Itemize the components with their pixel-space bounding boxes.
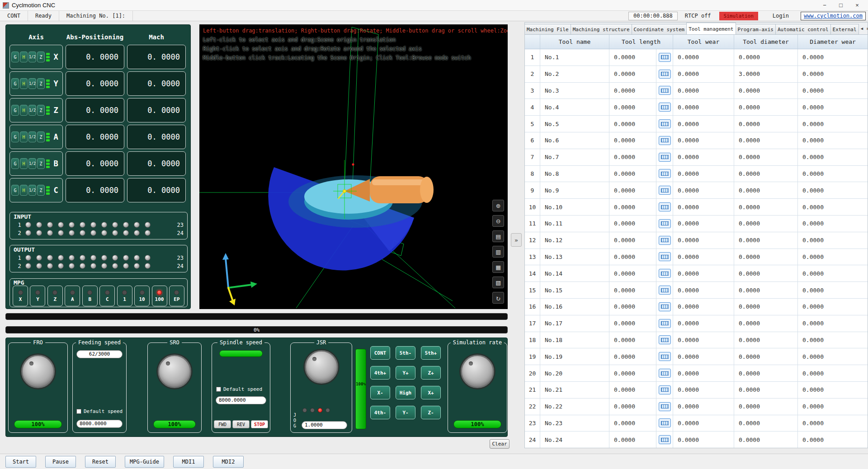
tool-diameter-cell[interactable]: 0.0000 [734,216,798,232]
tool-row-23[interactable]: 23No.230.00000.00000.00000.0000 [525,415,868,432]
axis-z-z-button[interactable]: Z [37,105,45,116]
tool-name-cell[interactable]: No.19 [540,348,609,365]
jog-x-plus-button[interactable]: X+ [421,386,441,399]
tool-diameter-cell[interactable]: 0.0000 [734,199,798,215]
tool-name-cell[interactable]: No.15 [540,282,609,298]
tool-row-13[interactable]: 13No.130.00000.00000.00000.0000 [525,249,868,266]
tool-diameter-cell[interactable]: 0.0000 [734,83,798,99]
jsr-knob[interactable] [305,350,338,384]
tool-wear-cell[interactable]: 0.0000 [673,216,734,232]
diameter-wear-cell[interactable]: 0.0000 [798,116,868,132]
zoom-in-icon[interactable]: ⊕ [492,200,504,211]
rtcp-status[interactable]: RTCP off [679,13,717,19]
zoom-out-icon[interactable]: ⊖ [492,215,504,227]
tool-name-cell[interactable]: No.14 [540,265,609,281]
axis-c-half-button[interactable]: 1/2 [28,185,36,196]
tool-row-15[interactable]: 15No.150.00000.00000.00000.0000 [525,282,868,299]
tool-length-cell[interactable]: 0.0000 [609,49,656,66]
tool-wear-cell[interactable]: 0.0000 [673,49,734,66]
tool-diameter-cell[interactable]: 0.0000 [734,315,798,332]
tool-row-22[interactable]: 22No.220.00000.00000.00000.0000 [525,399,868,415]
diameter-wear-cell[interactable]: 0.0000 [798,332,868,348]
tab-machining-file[interactable]: Machining File [525,24,571,34]
axis-x-g-button[interactable]: G [11,52,19,62]
spindle-rev-button[interactable]: REV [232,420,250,428]
mpg-10-button[interactable]: 10 [134,286,150,306]
tool-wear-cell[interactable]: 0.0000 [673,83,734,99]
tool-wear-cell[interactable]: 0.0000 [673,66,734,82]
tool-wear-cell[interactable]: 0.0000 [673,431,734,448]
axis-a-h-button[interactable]: H [20,131,28,142]
tool-diameter-cell[interactable]: 0.0000 [734,431,798,448]
tool-length-cell[interactable]: 0.0000 [609,382,656,398]
tool-length-cell[interactable]: 0.0000 [609,282,656,298]
jog-5th-minus-button[interactable]: 5th- [396,346,415,360]
mpg-y-button[interactable]: Y [30,286,45,306]
measure-tool-button[interactable] [659,286,671,295]
diameter-wear-cell[interactable]: 0.0000 [798,431,868,448]
reset-button[interactable]: Reset [85,456,116,468]
tool-length-cell[interactable]: 0.0000 [609,83,656,99]
mpg-z-button[interactable]: Z [47,286,63,306]
tool-name-cell[interactable]: No.23 [540,415,609,431]
measure-tool-button[interactable] [659,169,671,178]
diameter-wear-cell[interactable]: 0.0000 [798,66,868,82]
diameter-wear-cell[interactable]: 0.0000 [798,365,868,381]
measure-tool-button[interactable] [659,86,671,95]
tool-row-21[interactable]: 21No.210.00000.00000.00000.0000 [525,382,868,399]
tool-wear-cell[interactable]: 0.0000 [673,249,734,265]
tool-wear-cell[interactable]: 0.0000 [673,332,734,348]
sro-knob[interactable] [158,355,191,388]
tool-name-cell[interactable]: No.12 [540,232,609,249]
maximize-button[interactable]: □ [833,0,849,10]
tool-name-cell[interactable]: No.24 [540,431,609,448]
mpg-a-button[interactable]: A [65,286,80,306]
tool-name-cell[interactable]: No.5 [540,116,609,132]
tool-wear-cell[interactable]: 0.0000 [673,382,734,398]
clear-button[interactable]: Clear [490,439,509,449]
tool-row-24[interactable]: 24No.240.00000.00000.00000.0000 [525,431,868,448]
measure-tool-button[interactable] [659,269,671,278]
axis-z-g-button[interactable]: G [11,105,19,116]
tab-machining-structure[interactable]: Machining structure [571,24,632,34]
tool-wear-cell[interactable]: 0.0000 [673,99,734,115]
axis-c-g-button[interactable]: G [11,185,19,196]
tool-row-5[interactable]: 5No.50.00000.00000.00000.0000 [525,116,868,132]
tool-length-cell[interactable]: 0.0000 [609,182,656,198]
view-iso-icon[interactable]: ▧ [492,277,504,288]
diameter-wear-cell[interactable]: 0.0000 [798,199,868,215]
jog-z-minus-button[interactable]: Z- [421,406,441,419]
tool-name-cell[interactable]: No.2 [540,66,609,82]
jog-4th-minus-button[interactable]: 4th- [370,406,390,419]
tool-diameter-cell[interactable]: 0.0000 [734,166,798,182]
tool-diameter-cell[interactable]: 0.0000 [734,299,798,315]
tool-name-cell[interactable]: No.3 [540,83,609,99]
tool-length-cell[interactable]: 0.0000 [609,399,656,415]
spindle-fwd-button[interactable]: FWD [214,420,231,428]
tab-automatic-control[interactable]: Automatic control [775,24,831,34]
tool-diameter-cell[interactable]: 0.0000 [734,132,798,149]
tool-name-cell[interactable]: No.16 [540,299,609,315]
tool-name-cell[interactable]: No.10 [540,199,609,215]
tool-diameter-cell[interactable]: 0.0000 [734,365,798,381]
tool-row-12[interactable]: 12No.120.00000.00000.00000.0000 [525,232,868,249]
feeding-default-speed-input[interactable]: 8000.0000 [76,420,123,428]
axis-b-z-button[interactable]: Z [37,158,45,169]
tool-wear-cell[interactable]: 0.0000 [673,166,734,182]
diameter-wear-cell[interactable]: 0.0000 [798,232,868,249]
measure-tool-button[interactable] [659,70,671,79]
diameter-wear-cell[interactable]: 0.0000 [798,299,868,315]
tool-diameter-cell[interactable]: 0.0000 [734,116,798,132]
axis-c-h-button[interactable]: H [20,185,28,196]
spindle-default-speed-checkbox[interactable]: Default speed [216,386,262,392]
tool-wear-cell[interactable]: 0.0000 [673,116,734,132]
mpg-b-button[interactable]: B [82,286,98,306]
tool-name-cell[interactable]: No.18 [540,332,609,348]
tab-tool-management[interactable]: Tool management [686,23,736,35]
axis-b-g-button[interactable]: G [11,158,19,169]
tool-row-19[interactable]: 19No.190.00000.00000.00000.0000 [525,348,868,365]
diameter-wear-cell[interactable]: 0.0000 [798,348,868,365]
mpg-guide-button[interactable]: MPG-Guide [125,456,164,468]
mdi2-button[interactable]: MDI2 [213,456,244,468]
feeding-default-speed-checkbox[interactable]: Default speed [76,408,123,414]
